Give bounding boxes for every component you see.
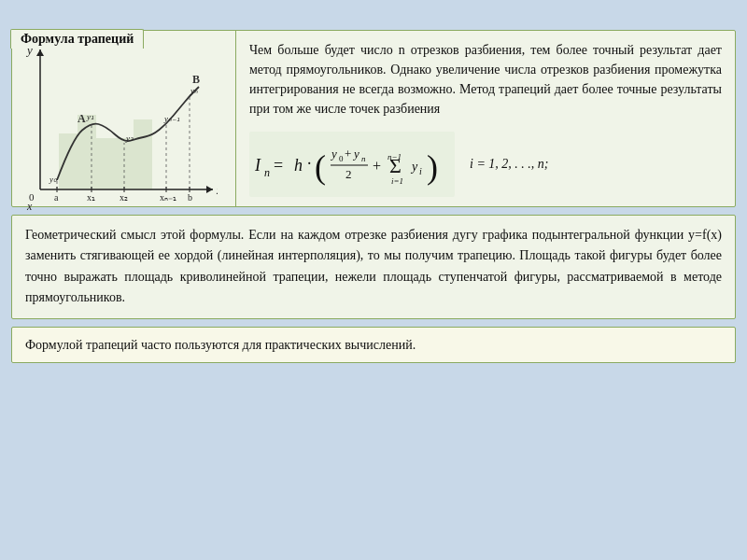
formula-note: i = 1, 2, . . ., n; [470,157,549,172]
bottom-text: Формулой трапеций часто пользуются для п… [25,335,722,355]
svg-text:h: h [294,156,303,175]
svg-text:i=1: i=1 [391,176,403,186]
svg-text:y: y [330,147,337,161]
svg-text:0: 0 [339,154,344,163]
svg-text:n: n [264,166,270,179]
svg-text:): ) [427,148,438,186]
svg-text:i: i [419,166,422,176]
svg-text:+: + [373,158,381,174]
svg-text:Σ: Σ [389,154,402,177]
right-area: Чем больше будет число n отрезков разбие… [236,31,735,206]
svg-text:2: 2 [345,167,352,181]
svg-text:·: · [307,154,312,173]
graph-box [12,31,236,206]
svg-text:y: y [410,160,418,174]
svg-text:(: ( [315,148,326,186]
top-wrapper: Формула трапеций Чем больше будет число … [11,30,736,207]
bottom-section: Формулой трапеций часто пользуются для п… [11,327,736,363]
svg-text:I: I [254,156,261,175]
svg-text:y: y [352,147,359,161]
svg-text:+: + [345,147,351,161]
graph-canvas [12,31,218,227]
page: Формула трапеций Чем больше будет число … [0,0,747,560]
formula-block: I n = h · ( y 0 + [249,132,722,197]
description-text: Чем больше будет число n отрезков разбие… [249,40,722,119]
svg-text:=: = [274,156,283,175]
formula-svg: I n = h · ( y 0 + [249,132,455,197]
middle-section: Геометрический смысл этой формулы. Если … [11,215,736,319]
middle-text: Геометрический смысл этой формулы. Если … [25,225,722,309]
top-section: Чем больше будет число n отрезков разбие… [11,30,736,207]
svg-text:n: n [361,154,366,163]
